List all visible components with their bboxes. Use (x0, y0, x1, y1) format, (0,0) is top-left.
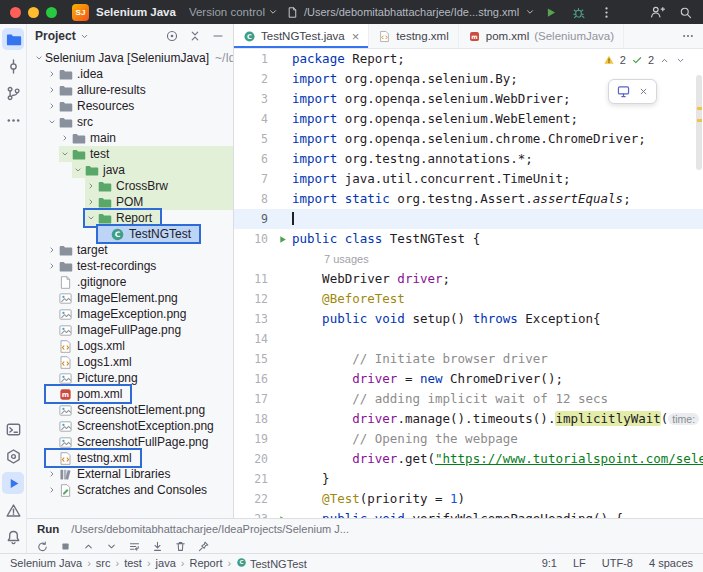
code-line[interactable]: 4import org.openqa.selenium.WebElement; (234, 109, 703, 129)
commit-icon[interactable] (2, 55, 24, 77)
breadcrumb-item[interactable]: Selenium Java (10, 557, 82, 569)
code-line[interactable]: 22 @Test(priority = 1) (234, 489, 703, 509)
run-tool-icon[interactable] (2, 472, 24, 494)
minimize-window-button[interactable] (28, 7, 39, 18)
tree-item[interactable]: ImageException.png (27, 306, 233, 322)
editor-tab[interactable]: mpom.xml(SeleniumJava) (459, 24, 624, 48)
breadcrumb-item[interactable]: C TestNGTest (236, 557, 307, 570)
usages-hint[interactable]: 7 usages (234, 249, 703, 269)
problems-icon[interactable] (2, 499, 24, 521)
close-icon[interactable] (638, 86, 649, 97)
project-panel-title[interactable]: Project (35, 29, 76, 43)
editor-scrollbar[interactable] (696, 75, 702, 170)
floating-widget[interactable] (608, 79, 657, 104)
editor-tab[interactable]: testng.xml (369, 24, 458, 48)
indent-style[interactable]: 4 spaces (649, 557, 693, 569)
code-line[interactable]: 10public class TestNGTest { (234, 229, 703, 249)
tree-item[interactable]: src (27, 114, 233, 130)
line-separator[interactable]: LF (573, 557, 586, 569)
tree-item[interactable]: main (27, 130, 233, 146)
next-error-icon[interactable] (675, 55, 686, 66)
code-line[interactable]: 8import static org.testng.Assert.assertE… (234, 189, 703, 209)
pull-requests-icon[interactable] (2, 82, 24, 104)
debug-button[interactable] (571, 5, 586, 20)
tab-list-more-icon[interactable] (673, 24, 703, 48)
chevron-down-icon[interactable] (85, 213, 97, 223)
tree-item[interactable]: Logs1.xml (27, 354, 233, 370)
code-line[interactable]: 11 WebDriver driver; (234, 269, 703, 289)
tree-item[interactable]: Scratches and Consoles (27, 482, 233, 498)
chevron-right-icon[interactable] (46, 101, 58, 111)
breadcrumb-item[interactable]: java (156, 557, 176, 569)
chevron-right-icon[interactable] (59, 133, 71, 143)
chevron-right-icon[interactable] (46, 69, 58, 79)
chevron-down-icon[interactable] (33, 53, 45, 63)
tree-item[interactable]: POM (27, 194, 233, 210)
chevron-right-icon[interactable] (46, 85, 58, 95)
notifications-icon[interactable] (2, 526, 24, 548)
vcs-widget[interactable]: Version control (189, 6, 279, 18)
run-config-tab[interactable]: /Users/debomitabhattacharjee/IdeaProject… (71, 523, 349, 535)
chevron-right-icon[interactable] (85, 197, 97, 207)
search-everywhere-icon[interactable] (678, 5, 693, 20)
tree-item[interactable]: Selenium Java [SeleniumJava]~/IdeaProjec… (27, 50, 233, 66)
code-line[interactable]: 9 (234, 209, 703, 229)
code-line[interactable]: 23 public void verifyWelcomePageHeading(… (234, 509, 703, 518)
code-line[interactable]: 5import org.openqa.selenium.chrome.Chrom… (234, 129, 703, 149)
stop-icon[interactable] (59, 540, 72, 553)
tree-item[interactable]: CTestNGTest (27, 226, 233, 242)
tree-item[interactable]: Report (27, 210, 233, 226)
terminal-icon[interactable] (2, 418, 24, 440)
tree-item[interactable]: testng.xml (27, 450, 233, 466)
close-window-button[interactable] (10, 7, 21, 18)
code-line[interactable]: 16 driver = new ChromeDriver(); (234, 369, 703, 389)
chevron-right-icon[interactable] (46, 261, 58, 271)
code-line[interactable]: 13 public void setup() throws Exception{ (234, 309, 703, 329)
rerun-icon[interactable] (36, 540, 49, 553)
tree-item[interactable]: ScreenshotException.png (27, 418, 233, 434)
run-configuration-widget[interactable]: /Users/debomitabhattacharjee/Ide...stng.… (286, 6, 536, 19)
tree-item[interactable]: ScreenshotFullPage.png (27, 434, 233, 450)
tree-item[interactable]: ImageFullPage.png (27, 322, 233, 338)
scroll-to-end-icon[interactable] (151, 540, 164, 553)
caret-position[interactable]: 9:1 (542, 557, 557, 569)
code-line[interactable]: 12 @BeforeTest (234, 289, 703, 309)
previous-occurrence-icon[interactable] (82, 540, 95, 553)
close-tab-icon[interactable]: × (352, 30, 360, 43)
tree-item[interactable]: .gitignore (27, 274, 233, 290)
project-name-widget[interactable]: Selenium Java (96, 6, 176, 18)
tree-item[interactable]: Logs.xml (27, 338, 233, 354)
tree-item[interactable]: External Libraries (27, 466, 233, 482)
code-line[interactable]: 7import java.util.concurrent.TimeUnit; (234, 169, 703, 189)
tree-item[interactable]: ImageElement.png (27, 290, 233, 306)
inspections-widget[interactable]: 2 2 (598, 52, 691, 68)
code-line[interactable]: 17 // adding implicit wait of 12 secs (234, 389, 703, 409)
code-line[interactable]: 14 (234, 329, 703, 349)
run-gutter-icon[interactable] (272, 234, 292, 245)
file-encoding[interactable]: UTF-8 (602, 557, 633, 569)
previous-error-icon[interactable] (659, 55, 670, 66)
tree-item[interactable]: allure-results (27, 82, 233, 98)
maximize-window-button[interactable] (46, 7, 57, 18)
tree-item[interactable]: CrossBrw (27, 178, 233, 194)
code-with-me-icon[interactable] (649, 4, 665, 20)
tree-item[interactable]: java (27, 162, 233, 178)
more-actions-icon[interactable] (599, 5, 614, 20)
chevron-right-icon[interactable] (85, 181, 97, 191)
code-line[interactable]: 20 driver.get("https://www.tutorialspoin… (234, 449, 703, 469)
tree-item[interactable]: .idea (27, 66, 233, 82)
chevron-right-icon[interactable] (46, 245, 58, 255)
code-line[interactable]: 6import org.testng.annotations.*; (234, 149, 703, 169)
collapse-all-icon[interactable] (188, 29, 202, 43)
tree-item[interactable]: test (27, 146, 233, 162)
pin-icon[interactable] (197, 540, 210, 553)
code-line[interactable]: 15 // Initiate browser driver (234, 349, 703, 369)
editor-tab[interactable]: CTestNGTest.java× (234, 24, 369, 48)
more-tools-icon[interactable] (2, 109, 24, 131)
tree-item[interactable]: ScreenshotElement.png (27, 402, 233, 418)
next-occurrence-icon[interactable] (105, 540, 118, 553)
monitor-icon[interactable] (616, 84, 631, 99)
chevron-down-icon[interactable] (46, 117, 58, 127)
hide-panel-icon[interactable] (211, 29, 225, 43)
tree-item[interactable]: Picture.png (27, 370, 233, 386)
